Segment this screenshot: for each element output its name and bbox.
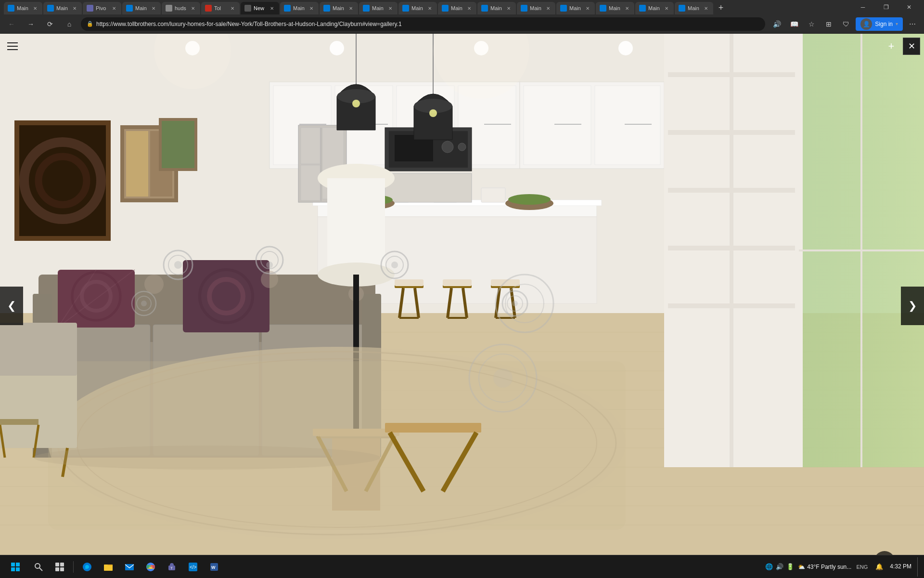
svg-point-150	[266, 262, 273, 268]
collections-button[interactable]: ⊞	[821, 16, 836, 32]
add-to-favorites-button[interactable]: ☆	[804, 16, 819, 32]
tab-close-15[interactable]: ✕	[584, 5, 591, 12]
forward-button[interactable]: →	[23, 16, 38, 32]
language-indicator[interactable]: ENG	[855, 560, 869, 574]
weather-widget[interactable]: ⛅ 43°F Partly sun...	[798, 564, 851, 570]
tab-favicon-14	[521, 5, 527, 12]
tab-favicon-5	[166, 5, 172, 12]
tab-4[interactable]: Main ✕	[122, 2, 161, 14]
restore-button[interactable]: ❐	[875, 0, 897, 14]
tab-13[interactable]: Main ✕	[477, 2, 516, 14]
tab-close-8[interactable]: ✕	[308, 5, 315, 12]
read-aloud-button[interactable]: 🔊	[769, 16, 784, 32]
tab-close-4[interactable]: ✕	[150, 5, 157, 12]
address-bar: ← → ⟳ ⌂ 🔒 https://www.tollbrothers.com/l…	[0, 14, 924, 34]
immersive-reader-button[interactable]: 📖	[786, 16, 802, 32]
tab-close-17[interactable]: ✕	[663, 5, 670, 12]
svg-point-118	[144, 275, 164, 294]
svg-rect-176	[11, 567, 15, 571]
notification-icon[interactable]: 🔔	[873, 560, 886, 574]
svg-rect-25	[524, 86, 591, 165]
tab-close-3[interactable]: ✕	[111, 5, 117, 12]
tab-9[interactable]: Main ✕	[320, 2, 358, 14]
tab-close-6[interactable]: ✕	[229, 5, 236, 12]
back-button[interactable]: ←	[4, 16, 19, 32]
taskbar-search[interactable]	[29, 557, 48, 577]
svg-rect-59	[301, 165, 320, 200]
minimize-button[interactable]: ─	[852, 0, 874, 14]
tab-favicon-4	[126, 5, 133, 12]
tab-close-16[interactable]: ✕	[624, 5, 630, 12]
tab-2[interactable]: Main ✕	[43, 2, 82, 14]
tab-close-10[interactable]: ✕	[387, 5, 394, 12]
tab-10[interactable]: Main ✕	[359, 2, 398, 14]
sign-in-button[interactable]: 👤 Sign in ▾	[856, 17, 903, 31]
taskbar-edge-icon[interactable]	[77, 557, 97, 577]
network-icon[interactable]: 🌐	[765, 563, 773, 570]
tab-label-6: Tol	[214, 5, 229, 11]
tab-close-14[interactable]: ✕	[545, 5, 552, 12]
gallery-close-button[interactable]: ✕	[903, 38, 920, 55]
new-tab-button[interactable]: +	[714, 1, 728, 14]
tab-12[interactable]: Main ✕	[438, 2, 476, 14]
tab-7-active[interactable]: New ✕	[241, 2, 279, 14]
tab-close-7[interactable]: ✕	[269, 5, 275, 12]
gallery-area: ✕ + ❮ ❯ First Floor	[0, 34, 924, 578]
taskbar-teams-icon[interactable]: T	[162, 557, 181, 577]
show-desktop-button[interactable]	[917, 557, 920, 577]
hamburger-menu-button[interactable]	[4, 38, 21, 55]
tab-close-2[interactable]: ✕	[71, 5, 78, 12]
tab-14[interactable]: Main ✕	[517, 2, 555, 14]
home-button[interactable]: ⌂	[62, 16, 77, 32]
lock-icon: 🔒	[87, 21, 93, 27]
tab-favicon-3	[87, 5, 93, 12]
tab-favicon-12	[442, 5, 449, 12]
tab-close-1[interactable]: ✕	[32, 5, 38, 12]
svg-line-179	[39, 568, 42, 571]
taskbar-vscode-icon[interactable]: </>	[183, 557, 203, 577]
tab-label-15: Main	[569, 5, 584, 11]
tab-6[interactable]: Tol ✕	[201, 2, 240, 14]
tab-close-18[interactable]: ✕	[703, 5, 709, 12]
tab-15[interactable]: Main ✕	[556, 2, 595, 14]
tab-5[interactable]: huds ✕	[162, 2, 200, 14]
gallery-plus-button[interactable]: +	[883, 38, 900, 55]
taskbar-file-explorer-icon[interactable]	[99, 557, 118, 577]
volume-icon[interactable]: 🔊	[776, 563, 783, 570]
tab-close-12[interactable]: ✕	[466, 5, 473, 12]
gallery-prev-button[interactable]: ❮	[0, 287, 23, 325]
taskbar-word-icon[interactable]: W	[205, 557, 224, 577]
tab-favicon-18	[679, 5, 685, 12]
svg-rect-177	[16, 567, 20, 571]
clock[interactable]: 4:32 PM	[890, 563, 911, 571]
taskbar-chrome-icon[interactable]	[141, 557, 160, 577]
tab-11[interactable]: Main ✕	[398, 2, 437, 14]
gallery-next-button[interactable]: ❯	[901, 287, 924, 325]
start-button[interactable]	[4, 557, 27, 577]
url-bar[interactable]: 🔒 https://www.tollbrothers.com/luxury-ho…	[81, 17, 765, 31]
tab-label-11: Main	[411, 5, 426, 11]
browser-essentials-button[interactable]: 🛡	[838, 16, 854, 32]
tab-8[interactable]: Main ✕	[280, 2, 319, 14]
svg-rect-41	[395, 279, 424, 286]
tab-3[interactable]: Pivo ✕	[83, 2, 121, 14]
svg-point-167	[34, 446, 380, 470]
refresh-button[interactable]: ⟳	[42, 16, 58, 32]
svg-point-76	[618, 41, 633, 55]
tab-favicon-1	[8, 5, 14, 12]
close-window-button[interactable]: ✕	[898, 0, 920, 14]
taskbar-task-view[interactable]	[50, 557, 69, 577]
tab-close-11[interactable]: ✕	[426, 5, 433, 12]
battery-icon[interactable]: 🔋	[786, 563, 794, 570]
tab-17[interactable]: Main ✕	[635, 2, 674, 14]
svg-point-64	[442, 141, 453, 153]
tab-close-9[interactable]: ✕	[347, 5, 354, 12]
tab-close-13[interactable]: ✕	[505, 5, 512, 12]
tab-16[interactable]: Main ✕	[596, 2, 634, 14]
taskbar-mail-icon[interactable]	[120, 557, 139, 577]
tab-favicon-13	[481, 5, 488, 12]
tab-1[interactable]: Main ✕	[4, 2, 42, 14]
tab-18[interactable]: Main ✕	[675, 2, 713, 14]
settings-button[interactable]: ⋯	[905, 16, 920, 32]
tab-close-5[interactable]: ✕	[190, 5, 196, 12]
